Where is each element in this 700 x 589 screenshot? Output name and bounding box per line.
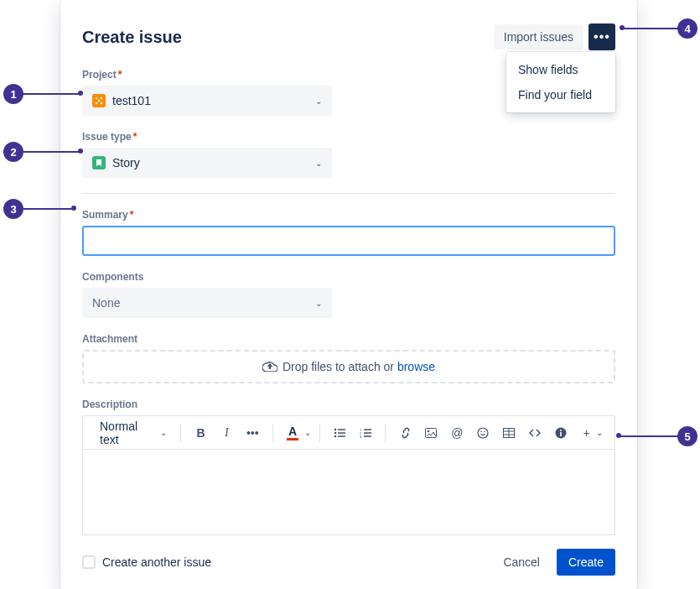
svg-rect-13 [364,429,371,430]
modal-footer: Create another issue Cancel Create [82,534,615,589]
svg-rect-15 [364,432,371,434]
callout-1: 1 [3,84,23,104]
svg-rect-29 [560,432,562,436]
more-actions-menu: Show fields Find your field [506,52,615,112]
svg-point-1 [96,97,97,99]
modal-title: Create issue [82,28,182,47]
cancel-button[interactable]: Cancel [493,549,550,576]
svg-point-4 [96,102,97,104]
project-value: test101 [112,94,315,107]
callout-dot-5 [616,433,621,438]
callout-line-5 [620,435,677,437]
create-issue-modal: Create issue Import issues ••• Show fiel… [60,0,637,589]
image-button[interactable] [420,421,443,445]
toolbar-separator [319,424,320,442]
callout-line-1 [23,93,79,95]
section-divider [82,193,615,194]
callout-dot-2 [78,149,83,154]
more-actions-button[interactable]: ••• [589,23,615,50]
upload-icon [262,360,277,374]
attachment-label: Attachment [82,333,615,345]
callout-line-2 [23,151,79,153]
chevron-down-icon: ⌄ [160,428,167,437]
chevron-down-icon: ⌄ [315,159,322,168]
menu-find-field[interactable]: Find your field [506,82,615,107]
chevron-down-icon[interactable]: ⌄ [304,428,311,437]
summary-input[interactable] [82,226,615,256]
create-another-checkbox[interactable] [82,555,96,569]
story-icon [92,156,106,169]
required-mark: * [133,131,137,143]
add-more-button[interactable]: + [575,421,598,445]
components-label: Components [82,271,615,283]
toolbar-separator [272,424,273,442]
callout-5: 5 [677,426,697,446]
attachment-dropzone[interactable]: Drop files to attach or browse [82,350,615,383]
form-body: Project* test101 ⌄ Issue type* Story ⌄ [82,69,615,534]
project-select[interactable]: test101 ⌄ [82,86,332,116]
svg-rect-9 [338,432,345,434]
svg-rect-17 [364,435,371,437]
bold-button[interactable]: B [189,421,212,445]
project-icon [92,94,106,107]
drop-text: Drop files to attach or browse [283,360,435,373]
svg-point-6 [334,428,337,430]
issue-type-field-group: Issue type* Story ⌄ [82,131,615,178]
components-value: None [92,296,315,310]
create-another-label: Create another issue [102,555,211,569]
callout-4: 4 [677,18,697,39]
editor-toolbar: Normal text ⌄ B I ••• A ⌄ 123 [82,415,615,449]
callout-dot-3 [71,206,76,211]
issue-type-label: Issue type* [82,131,615,143]
chevron-down-icon[interactable]: ⌄ [596,428,603,437]
import-issues-button[interactable]: Import issues [494,24,583,50]
link-button[interactable] [394,421,417,445]
svg-point-28 [560,430,562,431]
create-button[interactable]: Create [557,549,615,576]
emoji-button[interactable] [472,421,495,445]
chevron-down-icon: ⌄ [315,299,322,308]
browse-link[interactable]: browse [397,360,435,373]
toolbar-separator [180,424,181,442]
callout-line-4 [624,28,677,29]
issue-type-value: Story [112,156,315,169]
bullet-list-button[interactable] [328,421,350,445]
svg-point-2 [101,97,102,99]
attachment-field-group: Attachment Drop files to attach or brows… [82,333,615,383]
create-another-row: Create another issue [82,555,211,569]
svg-point-20 [478,428,488,438]
toolbar-separator [385,424,386,442]
callout-line-3 [23,208,72,210]
callout-3: 3 [3,199,23,219]
summary-field-group: Summary* [82,209,615,256]
components-select[interactable]: None ⌄ [82,288,332,318]
text-color-button[interactable]: A [282,421,304,445]
mention-button[interactable]: @ [446,421,469,445]
text-style-select[interactable]: Normal text ⌄ [95,416,172,450]
info-button[interactable] [549,421,572,445]
callout-2: 2 [3,142,23,162]
svg-point-22 [484,430,485,432]
required-mark: * [118,69,122,81]
callout-dot-1 [78,91,83,96]
callout-dot-4 [620,25,625,30]
more-format-button[interactable]: ••• [241,421,264,445]
more-icon: ••• [594,29,610,44]
chevron-down-icon: ⌄ [315,96,322,106]
italic-button[interactable]: I [215,421,238,445]
svg-rect-11 [338,435,345,437]
issue-type-select[interactable]: Story ⌄ [82,148,332,178]
svg-point-19 [428,430,429,431]
description-label: Description [82,399,615,410]
menu-show-fields[interactable]: Show fields [506,57,615,82]
required-mark: * [130,209,134,221]
svg-rect-7 [338,429,345,430]
code-button[interactable] [523,421,546,445]
table-button[interactable] [498,421,521,445]
svg-point-8 [334,431,337,434]
numbered-list-button[interactable]: 123 [354,421,376,445]
summary-label: Summary* [82,209,615,221]
svg-point-10 [334,435,337,437]
description-editor[interactable] [82,449,615,534]
description-field-group: Description Normal text ⌄ B I ••• A ⌄ [82,399,615,534]
